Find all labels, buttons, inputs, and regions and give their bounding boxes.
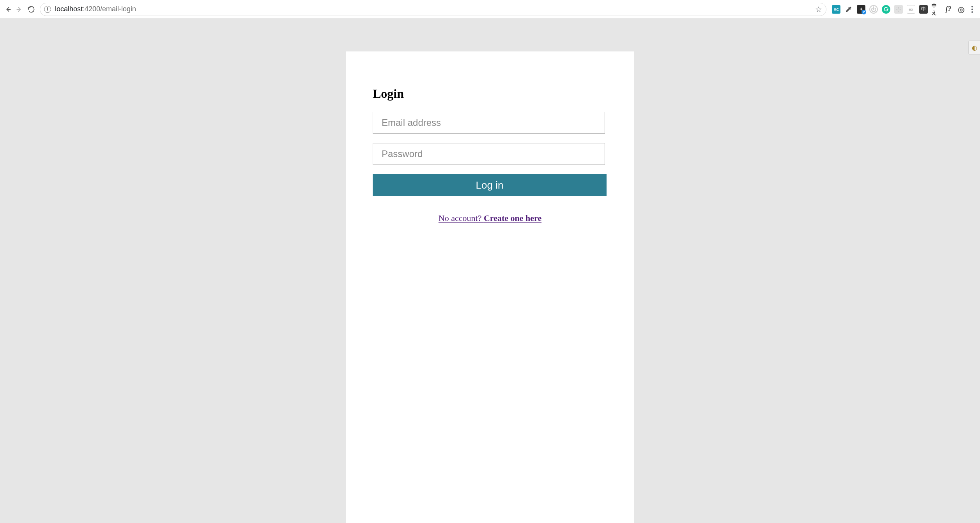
eyedropper-icon[interactable] [844, 5, 853, 14]
extension-icon[interactable]: ⏻ [869, 5, 878, 14]
grammarly-icon[interactable] [882, 5, 890, 14]
login-card: Login Log in No account? Create one here [346, 51, 634, 523]
address-bar[interactable]: i localhost:4200/email-login ☆ [40, 3, 826, 16]
browser-toolbar: i localhost:4200/email-login ☆ ≡c ✦ ⏻ ex… [0, 0, 980, 19]
extension-icon[interactable]: ✦ [857, 5, 865, 14]
browser-menu-button[interactable] [968, 6, 976, 13]
url-host: localhost [55, 5, 83, 13]
email-field[interactable] [373, 112, 605, 134]
signup-row: No account? Create one here [373, 213, 607, 223]
page-viewport: ◐ Login Log in No account? Create one he… [0, 19, 980, 523]
extension-icon[interactable]: 中え [932, 5, 940, 14]
site-info-icon[interactable]: i [44, 6, 51, 13]
nav-controls [4, 5, 37, 13]
login-button[interactable]: Log in [373, 174, 607, 196]
extension-icon[interactable]: ◎ [957, 5, 965, 14]
svg-point-2 [898, 9, 899, 10]
signup-link[interactable]: No account? Create one here [439, 213, 541, 223]
bookmark-star-icon[interactable]: ☆ [815, 5, 822, 14]
signup-cta: Create one here [484, 213, 541, 223]
extension-icon[interactable]: ≡c [832, 5, 840, 14]
extension-icon[interactable] [894, 5, 903, 14]
page-title: Login [373, 87, 607, 101]
floating-badge-icon[interactable]: ◐ [968, 41, 980, 55]
forward-button[interactable] [16, 5, 23, 13]
url-text: localhost:4200/email-login [55, 5, 811, 13]
back-button[interactable] [4, 5, 12, 13]
extension-icons: ≡c ✦ ⏻ ex 中 中え f? ◎ [830, 5, 965, 14]
extension-icon[interactable]: ex [907, 5, 915, 14]
password-field[interactable] [373, 143, 605, 165]
url-path: :4200/email-login [83, 5, 136, 13]
reload-button[interactable] [27, 5, 35, 13]
signup-prefix: No account? [439, 213, 484, 223]
extension-icon[interactable]: f? [944, 5, 953, 14]
extension-icon[interactable]: 中 [919, 5, 928, 14]
